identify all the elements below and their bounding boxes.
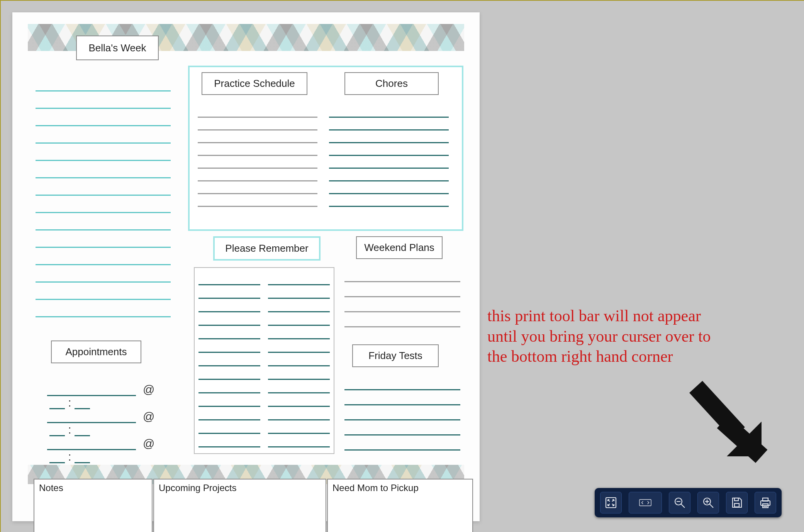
appointment-row-3: @ :	[47, 437, 171, 463]
appointments-heading: Appointments	[51, 341, 141, 363]
annotation-text: this print tool bar will not appear unti…	[487, 306, 789, 367]
page-nav-button[interactable]	[629, 492, 662, 513]
planner-title: Bella's Week	[89, 42, 146, 54]
notes-box: Notes	[34, 479, 153, 532]
annotation-arrow-icon	[680, 375, 781, 476]
appointment-row-2: @ :	[47, 410, 171, 436]
zoom-in-icon	[702, 496, 715, 509]
fit-page-button[interactable]	[600, 492, 622, 513]
weekend-heading: Weekend Plans	[356, 236, 443, 259]
pdf-toolbar	[595, 488, 782, 517]
svg-rect-1	[639, 500, 651, 506]
practice-lines	[198, 105, 317, 207]
title-box: Bella's Week	[76, 36, 159, 60]
weekend-lines	[344, 267, 460, 327]
svg-rect-0	[606, 498, 616, 508]
zoom-in-button[interactable]	[697, 492, 719, 513]
svg-rect-5	[734, 498, 738, 501]
pickup-box: Need Mom to Pickup	[327, 479, 473, 532]
appointment-row-1: @ :	[47, 383, 171, 409]
projects-box: Upcoming Projects	[153, 479, 326, 532]
zoom-out-icon	[673, 496, 686, 509]
chores-heading: Chores	[344, 72, 439, 95]
left-ruled-lines	[36, 74, 171, 317]
fit-page-icon	[604, 496, 617, 509]
practice-heading: Practice Schedule	[202, 72, 307, 95]
save-button[interactable]	[726, 492, 748, 513]
remember-heading: Please Remember	[213, 236, 321, 261]
friday-lines	[344, 375, 460, 451]
remember-lines-left	[198, 272, 260, 447]
svg-rect-4	[734, 503, 739, 507]
chores-lines	[329, 105, 449, 207]
remember-lines-right	[268, 272, 330, 447]
friday-heading: Friday Tests	[352, 344, 439, 367]
document-page: Bella's Week Practice Schedule Chores Pl…	[12, 12, 480, 521]
print-icon	[759, 496, 772, 509]
remember-box	[194, 267, 334, 454]
zoom-out-button[interactable]	[669, 492, 690, 513]
print-button[interactable]	[755, 492, 776, 513]
save-icon	[730, 496, 743, 509]
page-nav-icon	[639, 496, 652, 509]
